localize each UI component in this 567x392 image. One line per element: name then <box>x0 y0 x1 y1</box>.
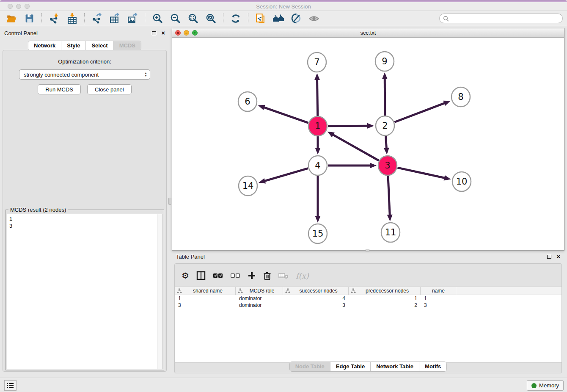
network-canvas[interactable]: 1234678910111415 <box>173 38 564 250</box>
tab-network-table[interactable]: Network Table <box>370 362 419 371</box>
criterion-dropdown[interactable]: strongly connected component ▲▼ <box>19 69 150 80</box>
graph-node-label: 8 <box>458 92 463 102</box>
import-network-button[interactable] <box>47 12 61 25</box>
mcds-result-groupbox: MCDS result (2 nodes) 1 3 <box>6 210 164 370</box>
tab-style[interactable]: Style <box>61 41 85 50</box>
graph-edge-1-7[interactable] <box>317 79 318 116</box>
trash-icon <box>263 271 271 280</box>
vertical-split-handle[interactable] <box>168 198 171 205</box>
unchecked-boxes-icon <box>230 273 240 279</box>
cell-predecessor-nodes: 1 <box>349 295 421 301</box>
deselect-all-rows-button[interactable] <box>230 273 240 279</box>
graph-edge-3-1[interactable] <box>332 134 379 160</box>
mcds-result-area[interactable]: 1 3 <box>7 214 163 369</box>
tab-node-table[interactable]: Node Table <box>290 362 330 371</box>
criterion-value: strongly connected component <box>24 72 144 78</box>
zoom-out-button[interactable] <box>168 12 182 25</box>
memory-button[interactable]: Memory <box>527 380 564 391</box>
result-line: 1 <box>9 215 155 222</box>
toolbar-separator <box>223 13 223 24</box>
table-toolbar: ⚙ <box>175 264 561 283</box>
network-window-titlebar[interactable]: ✕ − + scc.txt <box>172 28 564 38</box>
network-minimize-icon[interactable]: − <box>184 30 189 36</box>
delete-table-icon <box>278 272 289 279</box>
graph-node-label: 7 <box>314 57 319 67</box>
float-panel-icon[interactable] <box>152 31 156 35</box>
split-table-button[interactable] <box>196 271 206 280</box>
graph-edge-1-6[interactable] <box>263 107 308 123</box>
network-graph-svg: 1234678910111415 <box>173 38 564 251</box>
zoom-fit-button[interactable] <box>186 12 200 25</box>
export-network-button[interactable] <box>90 12 104 25</box>
graph-edge-1-2[interactable] <box>328 126 369 126</box>
network-maximize-icon[interactable]: + <box>192 30 198 36</box>
main-toolbar <box>0 11 567 26</box>
graph-edge-2-8[interactable] <box>394 103 445 122</box>
memory-label: Memory <box>539 382 559 389</box>
hide-panel-button[interactable] <box>289 12 303 25</box>
column-header-name[interactable]: name <box>421 287 456 295</box>
delete-columns-button[interactable] <box>263 271 271 280</box>
close-panel-button[interactable]: Close panel <box>87 84 132 94</box>
add-column-button[interactable] <box>248 271 256 280</box>
close-panel-icon[interactable]: × <box>161 31 165 35</box>
graph-edge-4-14[interactable] <box>264 168 308 181</box>
export-table-button[interactable] <box>108 12 121 25</box>
tab-network[interactable]: Network <box>28 41 61 50</box>
graph-edge-2-3[interactable] <box>386 136 387 149</box>
close-table-panel-icon[interactable]: × <box>556 254 560 259</box>
search-input[interactable] <box>451 16 559 22</box>
table-panel: Table Panel × ⚙ <box>172 251 564 376</box>
graph-node-label: 10 <box>456 177 468 187</box>
tab-motifs[interactable]: Motifs <box>419 362 446 371</box>
column-header-shared-name[interactable]: shared name <box>175 287 236 295</box>
open-session-button[interactable] <box>5 12 18 25</box>
graph-edge-3-11[interactable] <box>388 176 390 216</box>
graph-edge-2-9[interactable] <box>385 78 385 116</box>
tab-edge-table[interactable]: Edge Table <box>330 362 370 371</box>
task-history-button[interactable] <box>4 380 17 391</box>
cell-name: 1 <box>421 295 456 301</box>
table-panel-header: Table Panel × <box>172 251 564 262</box>
clone-network-button[interactable] <box>254 12 267 25</box>
search-icon <box>443 16 449 22</box>
mcds-result-text: 1 3 <box>7 214 157 369</box>
hierarchy-icon <box>238 288 243 293</box>
graph-edge-3-10[interactable] <box>397 168 445 178</box>
cell-predecessor-nodes: 2 <box>349 302 421 308</box>
birds-eye-view-button[interactable] <box>307 12 321 25</box>
graph-edge-arrow <box>367 123 374 129</box>
delete-table-button[interactable] <box>278 272 289 279</box>
column-header-successor-nodes[interactable]: successor nodes <box>283 287 349 295</box>
zoom-selected-icon <box>205 13 217 24</box>
refresh-network-button[interactable] <box>229 12 242 25</box>
table-row[interactable]: 3 dominator 3 2 3 <box>175 302 561 309</box>
table-row[interactable]: 1 dominator 4 1 1 <box>175 295 561 302</box>
show-home-panels-button[interactable] <box>272 12 285 25</box>
column-header-predecessor-nodes[interactable]: predecessor nodes <box>349 287 421 295</box>
select-all-rows-button[interactable] <box>213 273 223 279</box>
export-image-button[interactable] <box>126 12 139 25</box>
node-table[interactable]: shared name MCDS role successor nodes pr… <box>175 287 561 363</box>
split-columns-icon <box>196 271 206 280</box>
tab-select[interactable]: Select <box>85 41 113 50</box>
import-table-icon <box>66 13 78 24</box>
save-session-button[interactable] <box>22 12 36 25</box>
result-scrollbar[interactable] <box>157 214 162 369</box>
float-table-panel-icon[interactable] <box>547 255 551 259</box>
import-table-button[interactable] <box>65 12 79 25</box>
network-close-icon[interactable]: ✕ <box>175 30 181 36</box>
control-panel-title: Control Panel <box>4 30 152 36</box>
mcds-panel: Optimization criterion: strongly connect… <box>3 50 167 372</box>
apply-function-button[interactable]: f(x) <box>296 271 309 280</box>
hide-panel-icon <box>291 13 302 24</box>
zoom-selected-button[interactable] <box>204 12 217 25</box>
run-mcds-button[interactable]: Run MCDS <box>38 84 81 94</box>
table-settings-button[interactable]: ⚙ <box>182 271 189 280</box>
toolbar-search[interactable] <box>439 14 563 23</box>
column-header-mcds-role[interactable]: MCDS role <box>236 287 283 295</box>
tab-mcds[interactable]: MCDS <box>113 41 141 50</box>
table-panel-body: ⚙ <box>174 263 562 373</box>
network-view-window: ✕ − + scc.txt 1234678910111415 <box>172 28 564 251</box>
zoom-in-button[interactable] <box>151 12 164 25</box>
